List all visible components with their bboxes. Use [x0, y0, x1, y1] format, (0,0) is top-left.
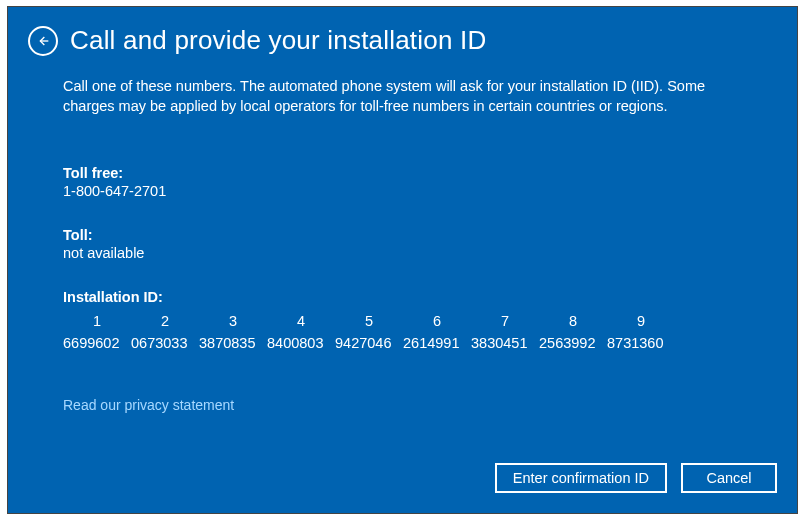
iid-col-header: 3: [199, 313, 267, 329]
iid-value: 6699602: [63, 335, 131, 351]
enter-confirmation-button[interactable]: Enter confirmation ID: [495, 463, 667, 493]
iid-value: 3830451: [471, 335, 539, 351]
page-title: Call and provide your installation ID: [70, 25, 486, 56]
iid-value: 0673033: [131, 335, 199, 351]
installation-id-section: Installation ID: 1 2 3 4 5 6 7 8 9 66996…: [63, 289, 742, 351]
iid-value: 2563992: [539, 335, 607, 351]
iid-value: 2614991: [403, 335, 471, 351]
cancel-button[interactable]: Cancel: [681, 463, 777, 493]
iid-col-header: 4: [267, 313, 335, 329]
iid-col-header: 2: [131, 313, 199, 329]
iid-col-header: 1: [63, 313, 131, 329]
dialog-footer: Enter confirmation ID Cancel: [495, 463, 777, 493]
iid-col-header: 8: [539, 313, 607, 329]
iid-col-header: 6: [403, 313, 471, 329]
iid-value: 9427046: [335, 335, 403, 351]
iid-value: 3870835: [199, 335, 267, 351]
installation-id-table: 1 2 3 4 5 6 7 8 9 6699602 0673033 387083…: [63, 313, 742, 351]
back-arrow-icon: [35, 33, 51, 49]
toll-free-label: Toll free:: [63, 165, 742, 181]
dialog-content: Call one of these numbers. The automated…: [8, 56, 797, 414]
description-text: Call one of these numbers. The automated…: [63, 76, 742, 117]
toll-value: not available: [63, 245, 742, 261]
iid-value: 8400803: [267, 335, 335, 351]
iid-value-row: 6699602 0673033 3870835 8400803 9427046 …: [63, 335, 742, 351]
toll-section: Toll: not available: [63, 227, 742, 261]
dialog-header: Call and provide your installation ID: [8, 7, 797, 56]
back-button[interactable]: [28, 26, 58, 56]
iid-column-headers: 1 2 3 4 5 6 7 8 9: [63, 313, 742, 329]
iid-col-header: 5: [335, 313, 403, 329]
iid-col-header: 7: [471, 313, 539, 329]
toll-free-section: Toll free: 1-800-647-2701: [63, 165, 742, 199]
privacy-statement-link[interactable]: Read our privacy statement: [63, 397, 234, 413]
toll-free-value: 1-800-647-2701: [63, 183, 742, 199]
toll-label: Toll:: [63, 227, 742, 243]
activation-dialog: Call and provide your installation ID Ca…: [7, 6, 798, 514]
iid-value: 8731360: [607, 335, 675, 351]
iid-col-header: 9: [607, 313, 675, 329]
installation-id-label: Installation ID:: [63, 289, 742, 305]
